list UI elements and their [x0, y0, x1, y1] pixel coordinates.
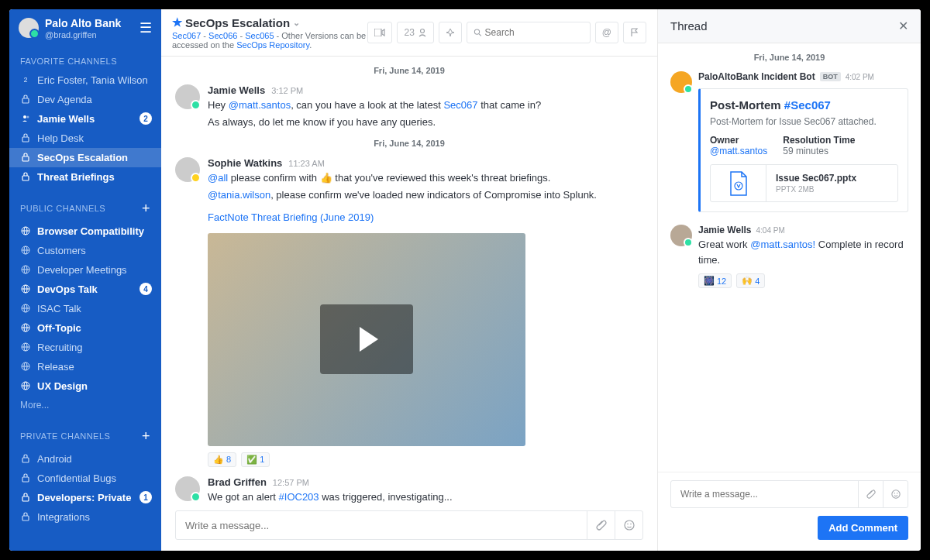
section-private: PRIVATE CHANNELS +: [9, 424, 161, 449]
reaction[interactable]: 🎆12: [698, 273, 732, 288]
card-title-tag[interactable]: #Sec067: [784, 98, 831, 112]
sidebar-item[interactable]: Release: [9, 357, 161, 376]
owner-value[interactable]: @matt.santos: [710, 146, 767, 156]
thread-composer[interactable]: [670, 480, 908, 508]
message-author[interactable]: Sophie Watkins: [208, 157, 282, 169]
mention[interactable]: @matt.santos: [229, 99, 291, 111]
svg-rect-0: [22, 98, 29, 103]
link-sec067[interactable]: Sec067: [172, 31, 201, 40]
add-channel-icon[interactable]: +: [142, 201, 150, 217]
link-sec066[interactable]: Sec066: [208, 31, 237, 40]
channel-name: SecOps Escalation: [185, 16, 290, 29]
sidebar-item[interactable]: Off-Topic: [9, 318, 161, 338]
svg-rect-5: [22, 176, 29, 180]
attach-icon[interactable]: [587, 511, 615, 539]
svg-point-44: [735, 182, 742, 190]
sidebar-item[interactable]: 2Eric Foster, Tania Wilson: [9, 70, 161, 90]
sidebar-header: Palo Alto Bank @brad.griffen ☰: [9, 9, 161, 47]
message-author[interactable]: Brad Griffen: [208, 476, 267, 488]
sidebar-item[interactable]: SecOps Escalation: [9, 148, 161, 167]
reaction[interactable]: 🙌4: [736, 273, 765, 288]
date-divider: Fri, June 14, 2019: [161, 61, 657, 80]
message-text: We got an alert #IOC203 was triggered, i…: [208, 490, 643, 505]
pin-button[interactable]: [439, 22, 462, 43]
sidebar-item-label: Dev Agenda: [37, 94, 92, 105]
close-icon[interactable]: ✕: [898, 19, 908, 33]
file-icon: [711, 165, 766, 201]
message-composer[interactable]: [175, 510, 643, 540]
globe-icon: [20, 283, 31, 294]
user-avatar-small: [670, 225, 692, 246]
search-input[interactable]: [485, 27, 584, 38]
sidebar-item[interactable]: Dev Agenda: [9, 90, 161, 109]
sidebar-item[interactable]: Developers: Private1: [9, 488, 161, 507]
globe-icon: [20, 380, 31, 391]
composer-input[interactable]: [176, 520, 587, 531]
add-comment-button[interactable]: Add Comment: [818, 516, 908, 540]
link[interactable]: Sec067: [443, 99, 477, 111]
file-meta: PPTX 2MB: [776, 185, 888, 194]
search-box[interactable]: [467, 22, 591, 43]
members-button[interactable]: 23: [397, 22, 433, 43]
mention[interactable]: @matt.santos!: [750, 239, 815, 250]
svg-rect-36: [22, 516, 29, 520]
sidebar-item[interactable]: UX Design: [9, 376, 161, 396]
sidebar-item[interactable]: Help Desk: [9, 129, 161, 148]
sidebar-item[interactable]: Browser Compatibility: [9, 222, 161, 241]
link-repo[interactable]: SecOps Repository: [236, 40, 309, 50]
lock-icon: [20, 132, 31, 143]
sidebar-item-label: Integrations: [37, 511, 90, 523]
video-call-button[interactable]: [367, 22, 392, 43]
message-avatar[interactable]: [175, 476, 200, 501]
mention[interactable]: @all: [208, 172, 228, 184]
section-favorite: FAVORITE CHANNELS: [9, 52, 161, 70]
sidebar-item[interactable]: Jamie Wells2: [9, 109, 161, 129]
sidebar-item[interactable]: DevOps Talk4: [9, 280, 161, 299]
thread-input[interactable]: [671, 489, 858, 500]
globe-icon: [20, 264, 31, 275]
section-public: PUBLIC CHANNELS +: [9, 196, 161, 222]
sidebar-item-label: Help Desk: [37, 132, 84, 144]
more-channels[interactable]: More...: [9, 396, 161, 414]
sidebar-item[interactable]: Confidential Bugs: [9, 469, 161, 488]
channel-title[interactable]: ★ SecOps Escalation ⌄: [172, 15, 367, 29]
message-avatar[interactable]: [175, 84, 200, 109]
sidebar-item[interactable]: Recruiting: [9, 338, 161, 357]
link-sec065[interactable]: Sec065: [245, 31, 274, 40]
reaction[interactable]: ✅1: [241, 452, 270, 467]
sidebar-item-label: Jamie Wells: [37, 113, 95, 125]
favorite-label: FAVORITE CHANNELS: [20, 57, 117, 66]
hashtag[interactable]: #IOC203: [279, 491, 319, 503]
attachment[interactable]: Issue Sec067.pptx PPTX 2MB: [710, 164, 898, 202]
bot-avatar: [670, 71, 692, 93]
video-thumbnail[interactable]: [208, 233, 525, 446]
org-name: Palo Alto Bank: [45, 17, 140, 30]
add-private-icon[interactable]: +: [142, 428, 150, 445]
main-panel: ★ SecOps Escalation ⌄ Sec067 - Sec066 - …: [161, 9, 657, 551]
attach-icon[interactable]: [858, 481, 883, 507]
sidebar-item[interactable]: Android: [9, 449, 161, 469]
flag-button[interactable]: [623, 22, 646, 43]
emoji-icon[interactable]: [615, 511, 642, 539]
messages-pane: Fri, June 14, 2019 Jamie Wells3:12 PMHey…: [161, 57, 657, 510]
sidebar-item[interactable]: Developer Meetings: [9, 260, 161, 280]
mention[interactable]: @tania.wilson: [208, 189, 270, 201]
svg-point-47: [897, 493, 897, 493]
svg-point-41: [625, 520, 634, 530]
attachment-link[interactable]: FactNote Threat Briefing (June 2019): [208, 211, 374, 223]
incident-card: Post-Mortem #Sec067 Post-Mortem for Issu…: [698, 88, 908, 212]
hamburger-icon[interactable]: ☰: [140, 19, 152, 36]
reaction[interactable]: 👍8: [208, 452, 236, 467]
sidebar-item-label: ISAC Talk: [37, 303, 81, 314]
sidebar-item[interactable]: Customers: [9, 241, 161, 260]
user-avatar[interactable]: [19, 18, 39, 38]
sidebar-item[interactable]: Integrations: [9, 507, 161, 527]
sidebar-item[interactable]: ISAC Talk: [9, 299, 161, 318]
mentions-button[interactable]: @: [595, 22, 618, 43]
sidebar-item[interactable]: Threat Briefings: [9, 167, 161, 187]
globe-icon: [20, 303, 31, 314]
message-author[interactable]: Jamie Wells: [208, 84, 265, 96]
emoji-icon[interactable]: [883, 481, 908, 507]
svg-point-46: [894, 493, 894, 493]
message-avatar[interactable]: [175, 157, 200, 182]
